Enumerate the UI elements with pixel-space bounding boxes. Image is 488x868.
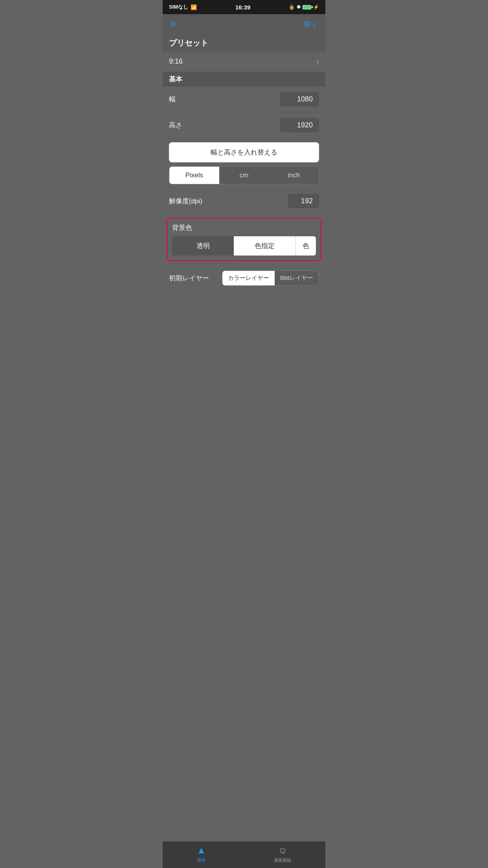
nav-bar: ✕ 開く: [163, 14, 325, 35]
width-label: 幅: [169, 95, 176, 104]
wifi-icon: 📶: [191, 4, 197, 10]
width-row: 幅 1080: [163, 86, 325, 112]
layer-label: 初期レイヤー: [169, 274, 209, 283]
status-bar: SIMなし 📶 16:39 🔒 ✱ ⚡: [163, 0, 325, 14]
status-time: 16:39: [235, 4, 250, 11]
lock-icon: 🔒: [289, 4, 295, 10]
bg-buttons: 透明 色指定 色: [172, 236, 316, 256]
unit-pixels[interactable]: Pixels: [169, 167, 219, 184]
background-color-section: 背景色 透明 色指定 色: [167, 218, 321, 261]
charging-icon: ⚡: [313, 4, 319, 10]
unit-inch[interactable]: inch: [269, 167, 319, 184]
status-right: 🔒 ✱ ⚡: [289, 4, 319, 10]
swap-button[interactable]: 幅と高さを入れ替える: [169, 142, 319, 162]
bluetooth-icon: ✱: [297, 4, 301, 10]
color-swatch-button[interactable]: 色: [295, 236, 316, 256]
bg-label: 背景色: [172, 223, 316, 232]
unit-cm[interactable]: cm: [219, 167, 269, 184]
main-content: 9:16 › 基本 幅 1080 高さ 1920 幅と高さを入れ替える Pixe…: [163, 51, 325, 319]
battery-icon: [303, 5, 311, 9]
preset-arrow-icon: ›: [316, 57, 319, 66]
unit-selector: Pixels cm inch: [169, 166, 319, 184]
carrier-label: SIMなし: [169, 4, 188, 11]
basic-section-header: 基本: [163, 72, 325, 86]
layer-color[interactable]: カラーレイヤー: [222, 271, 275, 285]
dpi-row: 解像度(dpi) 192: [163, 188, 325, 214]
layer-selector: カラーレイヤー 8bitレイヤー: [222, 270, 319, 286]
open-button[interactable]: 開く: [304, 20, 318, 29]
width-value[interactable]: 1080: [280, 92, 319, 107]
height-row: 高さ 1920: [163, 112, 325, 138]
preset-section-header: プリセット: [163, 35, 325, 51]
layer-row: 初期レイヤー カラーレイヤー 8bitレイヤー: [163, 265, 325, 291]
color-spec-button[interactable]: 色指定: [234, 236, 295, 256]
height-value[interactable]: 1920: [280, 118, 319, 132]
status-left: SIMなし 📶: [169, 4, 197, 11]
dpi-label: 解像度(dpi): [169, 197, 202, 206]
preset-row[interactable]: 9:16 ›: [163, 51, 325, 72]
preset-value: 9:16: [169, 57, 183, 66]
height-label: 高さ: [169, 121, 182, 130]
transparent-button[interactable]: 透明: [172, 236, 234, 256]
close-button[interactable]: ✕: [170, 19, 177, 29]
dpi-value[interactable]: 192: [288, 194, 319, 208]
layer-8bit[interactable]: 8bitレイヤー: [275, 271, 319, 285]
